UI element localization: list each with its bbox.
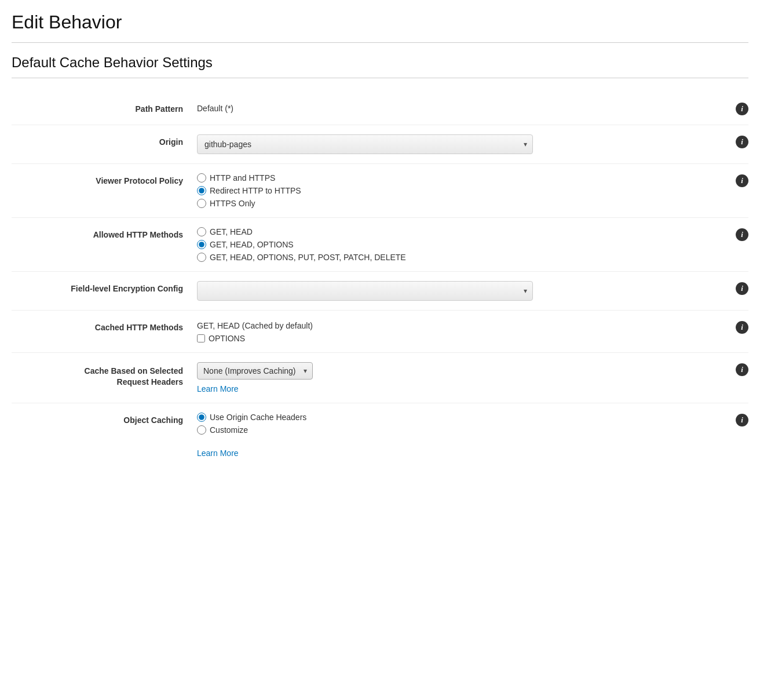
- cached-methods-label-options: OPTIONS: [209, 334, 245, 343]
- viewer-protocol-radio-group: HTTP and HTTPS Redirect HTTP to HTTPS HT…: [197, 173, 719, 208]
- path-pattern-value: Default (*): [197, 101, 719, 113]
- viewer-protocol-label-https-only: HTTPS Only: [210, 199, 255, 208]
- allowed-methods-label-get-head: GET, HEAD: [210, 227, 253, 236]
- field-encryption-row: Field-level Encryption Config ▾ i: [12, 271, 748, 310]
- viewer-protocol-label-http-https: HTTP and HTTPS: [210, 173, 275, 183]
- cached-methods-static-text: GET, HEAD (Cached by default): [197, 320, 719, 330]
- allowed-methods-radio-all[interactable]: [197, 253, 206, 262]
- viewer-protocol-label-redirect: Redirect HTTP to HTTPS: [210, 186, 301, 195]
- object-caching-learn-more[interactable]: Learn More: [197, 449, 239, 458]
- allowed-methods-label-get-head-options: GET, HEAD, OPTIONS: [210, 240, 294, 249]
- object-caching-label-origin: Use Origin Cache Headers: [210, 413, 306, 422]
- allowed-methods-option-get-head-options[interactable]: GET, HEAD, OPTIONS: [197, 240, 719, 249]
- viewer-protocol-label: Viewer Protocol Policy: [12, 173, 197, 187]
- object-caching-option-origin[interactable]: Use Origin Cache Headers: [197, 413, 719, 422]
- cached-methods-option-options[interactable]: OPTIONS: [197, 334, 719, 343]
- cached-methods-info-icon[interactable]: i: [736, 321, 748, 334]
- cache-headers-select[interactable]: None (Improves Caching): [197, 362, 313, 380]
- allowed-methods-label: Allowed HTTP Methods: [12, 227, 197, 241]
- field-encryption-info-icon[interactable]: i: [736, 282, 748, 295]
- cached-methods-label: Cached HTTP Methods: [12, 320, 197, 334]
- cache-headers-learn-more[interactable]: Learn More: [197, 384, 239, 393]
- viewer-protocol-info-icon[interactable]: i: [736, 174, 748, 187]
- cache-headers-control: None (Improves Caching) ▾ Learn More: [197, 362, 748, 393]
- viewer-protocol-row: Viewer Protocol Policy HTTP and HTTPS Re…: [12, 163, 748, 217]
- allowed-methods-option-all[interactable]: GET, HEAD, OPTIONS, PUT, POST, PATCH, DE…: [197, 253, 719, 262]
- allowed-methods-option-get-head[interactable]: GET, HEAD: [197, 227, 719, 236]
- allowed-methods-label-all: GET, HEAD, OPTIONS, PUT, POST, PATCH, DE…: [210, 253, 406, 262]
- path-pattern-row: Path Pattern Default (*) i: [12, 92, 748, 125]
- path-pattern-label: Path Pattern: [12, 101, 197, 115]
- object-caching-radio-customize[interactable]: [197, 425, 206, 435]
- allowed-methods-row: Allowed HTTP Methods GET, HEAD GET, HEAD…: [12, 217, 748, 271]
- viewer-protocol-option-https-only[interactable]: HTTPS Only: [197, 199, 719, 208]
- origin-select[interactable]: github-pages: [197, 134, 533, 154]
- cached-methods-checkbox-group: OPTIONS: [197, 334, 719, 343]
- origin-label: Origin: [12, 134, 197, 148]
- path-pattern-info-icon[interactable]: i: [736, 103, 748, 115]
- cached-methods-checkbox-options[interactable]: [197, 334, 205, 342]
- allowed-methods-info-icon[interactable]: i: [736, 228, 748, 241]
- origin-control: github-pages ▾: [197, 134, 748, 154]
- allowed-methods-control: GET, HEAD GET, HEAD, OPTIONS GET, HEAD, …: [197, 227, 748, 262]
- origin-select-wrapper: github-pages ▾: [197, 134, 533, 154]
- cache-headers-select-wrapper: None (Improves Caching) ▾: [197, 362, 313, 380]
- object-caching-radio-group: Use Origin Cache Headers Customize: [197, 413, 719, 435]
- object-caching-label: Object Caching: [12, 413, 197, 426]
- allowed-methods-radio-get-head-options[interactable]: [197, 240, 206, 249]
- origin-row: Origin github-pages ▾ i: [12, 125, 748, 163]
- cache-headers-label: Cache Based on SelectedRequest Headers: [12, 362, 197, 388]
- object-caching-control: Use Origin Cache Headers Customize Learn…: [197, 413, 748, 458]
- cache-headers-row: Cache Based on SelectedRequest Headers N…: [12, 352, 748, 403]
- allowed-methods-radio-group: GET, HEAD GET, HEAD, OPTIONS GET, HEAD, …: [197, 227, 719, 262]
- object-caching-info-icon[interactable]: i: [736, 414, 748, 426]
- field-encryption-control: ▾: [197, 281, 748, 301]
- cached-methods-control: GET, HEAD (Cached by default) OPTIONS: [197, 320, 748, 343]
- path-pattern-control: Default (*): [197, 101, 748, 113]
- viewer-protocol-control: HTTP and HTTPS Redirect HTTP to HTTPS HT…: [197, 173, 748, 208]
- field-encryption-label: Field-level Encryption Config: [12, 281, 197, 295]
- cache-headers-info-icon[interactable]: i: [736, 363, 748, 376]
- page-title: Edit Behavior: [12, 0, 748, 43]
- origin-info-icon[interactable]: i: [736, 136, 748, 148]
- allowed-methods-radio-get-head[interactable]: [197, 227, 206, 236]
- cached-methods-row: Cached HTTP Methods GET, HEAD (Cached by…: [12, 310, 748, 352]
- viewer-protocol-radio-https-only[interactable]: [197, 199, 206, 208]
- object-caching-radio-origin[interactable]: [197, 413, 206, 422]
- object-caching-option-customize[interactable]: Customize: [197, 425, 719, 435]
- viewer-protocol-option-http-https[interactable]: HTTP and HTTPS: [197, 173, 719, 183]
- object-caching-row: Object Caching Use Origin Cache Headers …: [12, 403, 748, 467]
- object-caching-label-customize: Customize: [210, 425, 248, 435]
- viewer-protocol-option-redirect[interactable]: Redirect HTTP to HTTPS: [197, 186, 719, 195]
- viewer-protocol-radio-redirect[interactable]: [197, 186, 206, 195]
- section-title: Default Cache Behavior Settings: [12, 54, 748, 78]
- viewer-protocol-radio-http-https[interactable]: [197, 173, 206, 183]
- field-encryption-select[interactable]: [197, 281, 533, 301]
- field-encryption-select-wrapper: ▾: [197, 281, 533, 301]
